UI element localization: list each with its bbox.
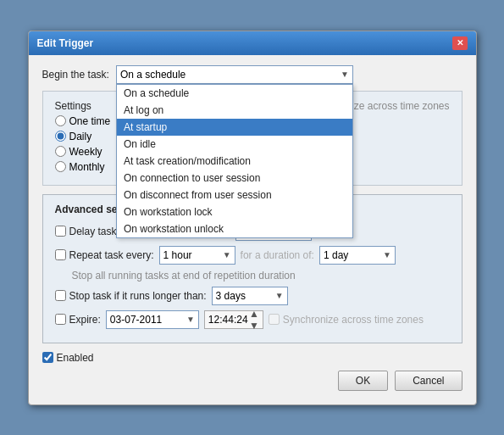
begin-task-popup: On a schedule At log on At startup On id… <box>116 84 353 238</box>
duration-label: for a duration of: <box>241 249 314 261</box>
expire-time: 12:44:24 <box>208 314 248 326</box>
daily-label: Daily <box>69 131 92 142</box>
option-on-disconnect[interactable]: On disconnect from user session <box>117 187 352 204</box>
sync-expire-checkbox[interactable] <box>269 314 280 325</box>
stop-running-row: Stop all running tasks at end of repetit… <box>55 270 450 282</box>
stop-longer-arrow: ▼ <box>275 291 284 300</box>
begin-task-dropdown[interactable]: On a schedule ▼ <box>116 65 353 84</box>
one-time-radio[interactable] <box>55 115 66 126</box>
footer: OK Cancel <box>42 364 462 394</box>
stop-longer-dropdown[interactable]: 3 days ▼ <box>212 287 288 305</box>
one-time-label: One time <box>69 115 111 127</box>
delay-checkbox[interactable] <box>55 226 66 237</box>
expire-date-arrow: ▼ <box>186 315 195 324</box>
repeat-dropdown[interactable]: 1 hour ▼ <box>159 246 235 265</box>
expire-label: Expire: <box>69 314 101 326</box>
expire-row: Expire: 03-07-2011 ▼ 12:44:24 ▲ ▼ Synchr… <box>55 310 450 329</box>
enabled-section: Enabled <box>42 352 462 364</box>
repeat-task-row: Repeat task every: 1 hour ▼ for a durati… <box>55 246 450 265</box>
title-bar: Edit Trigger ✕ <box>29 31 476 55</box>
repeat-checkbox[interactable] <box>55 249 66 260</box>
option-at-task-creation[interactable]: At task creation/modification <box>117 153 352 170</box>
settings-label: Settings <box>55 100 91 112</box>
stop-longer-checkbox[interactable] <box>55 290 66 301</box>
expire-date: 03-07-2011 <box>110 314 162 326</box>
daily-radio[interactable] <box>55 131 66 142</box>
duration-arrow: ▼ <box>383 250 391 259</box>
option-on-idle[interactable]: On idle <box>117 136 352 153</box>
cancel-button[interactable]: Cancel <box>395 371 462 391</box>
repeat-value: 1 hour <box>163 249 192 261</box>
stop-longer-value: 3 days <box>216 290 246 302</box>
duration-value: 1 day <box>324 249 348 261</box>
begin-task-dropdown-wrapper: On a schedule ▼ On a schedule At log on … <box>116 65 353 84</box>
option-at-log-on[interactable]: At log on <box>117 102 352 119</box>
repeat-checkbox-label: Repeat task every: <box>55 249 154 261</box>
monthly-radio[interactable] <box>55 161 66 172</box>
enabled-label: Enabled <box>42 352 94 364</box>
option-on-workstation-unlock[interactable]: On workstation unlock <box>117 220 352 237</box>
stop-longer-label: Stop task if it runs longer than: <box>69 290 207 302</box>
close-button[interactable]: ✕ <box>452 36 468 50</box>
enabled-text: Enabled <box>57 352 94 364</box>
stop-label: Stop all running tasks at end of repetit… <box>72 270 296 282</box>
edit-trigger-dialog: Edit Trigger ✕ Begin the task: On a sche… <box>28 31 477 405</box>
begin-task-selected: On a schedule <box>120 69 186 81</box>
expire-checkbox-label: Expire: <box>55 314 101 326</box>
weekly-radio[interactable] <box>55 146 66 157</box>
option-on-workstation-lock[interactable]: On workstation lock <box>117 204 352 220</box>
ok-button[interactable]: OK <box>338 371 388 391</box>
begin-task-arrow: ▼ <box>341 70 349 79</box>
expire-time-input[interactable]: 12:44:24 ▲ ▼ <box>204 310 263 329</box>
dialog-title: Edit Trigger <box>37 37 94 49</box>
stop-longer-row: Stop task if it runs longer than: 3 days… <box>55 287 450 305</box>
repeat-arrow: ▼ <box>223 250 231 259</box>
stop-longer-checkbox-label: Stop task if it runs longer than: <box>55 290 207 302</box>
enabled-checkbox[interactable] <box>42 352 53 363</box>
option-at-startup[interactable]: At startup <box>117 119 352 136</box>
option-on-connection[interactable]: On connection to user session <box>117 170 352 187</box>
weekly-label: Weekly <box>69 146 102 158</box>
duration-dropdown[interactable]: 1 day ▼ <box>319 246 396 265</box>
dialog-body: Begin the task: On a schedule ▼ On a sch… <box>29 55 476 404</box>
repeat-label: Repeat task every: <box>69 249 154 261</box>
sync-expire-text: Synchronize across time zones <box>283 314 424 326</box>
expire-checkbox[interactable] <box>55 314 66 325</box>
begin-task-label: Begin the task: <box>42 69 109 81</box>
expire-date-dropdown[interactable]: 03-07-2011 ▼ <box>106 310 199 329</box>
spin-arrows: ▲ ▼ <box>249 308 259 332</box>
begin-task-row: Begin the task: On a schedule ▼ On a sch… <box>42 65 462 84</box>
option-on-a-schedule[interactable]: On a schedule <box>117 85 352 102</box>
monthly-label: Monthly <box>69 161 105 173</box>
sync-expire-label: Synchronize across time zones <box>269 314 424 326</box>
